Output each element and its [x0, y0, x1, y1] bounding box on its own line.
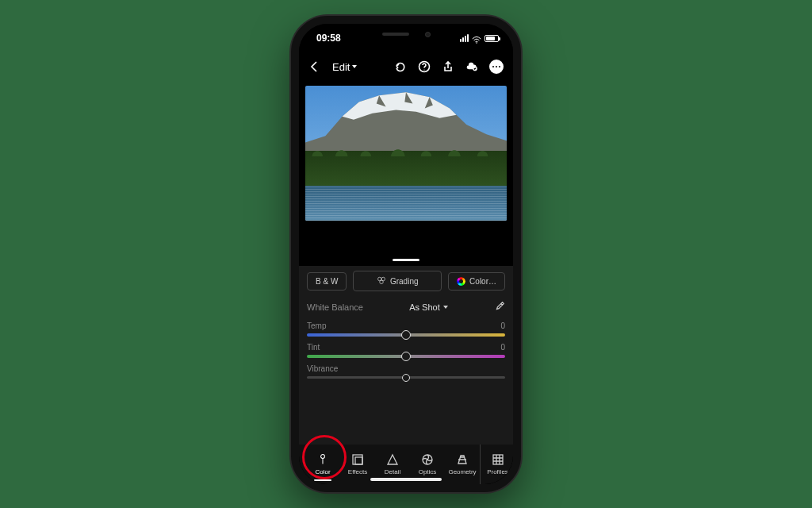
notch: [358, 24, 454, 44]
eyedropper-icon[interactable]: [494, 301, 505, 314]
color-ring-icon: [457, 277, 465, 286]
back-icon[interactable]: [308, 60, 321, 73]
vibrance-slider[interactable]: Vibrance0: [307, 364, 505, 379]
svg-point-0: [476, 42, 477, 44]
home-indicator[interactable]: [370, 478, 442, 481]
temp-slider[interactable]: Temp0: [307, 321, 505, 337]
svg-point-7: [321, 455, 325, 459]
battery-icon: [485, 35, 499, 42]
edited-photo: [305, 86, 507, 221]
svg-point-6: [380, 280, 384, 284]
photo-viewport[interactable]: [299, 81, 513, 221]
cloud-sync-icon[interactable]: [465, 60, 478, 73]
svg-rect-13: [493, 455, 503, 464]
svg-point-2: [423, 69, 424, 70]
edit-label: Edit: [332, 61, 350, 73]
grading-button[interactable]: Grading: [353, 271, 442, 291]
status-time: 09:58: [316, 33, 341, 44]
panel-drag-handle[interactable]: [393, 259, 419, 261]
colormix-button[interactable]: Color…: [448, 272, 505, 291]
svg-rect-10: [355, 457, 362, 464]
tool-geometry[interactable]: Geometry: [445, 444, 480, 484]
share-icon[interactable]: [442, 60, 454, 73]
help-icon[interactable]: [418, 60, 431, 73]
top-toolbar: Edit: [299, 52, 513, 81]
chevron-down-icon: [443, 306, 448, 309]
color-panel: B & W Grading Color… White Balance As Sh…: [299, 266, 513, 444]
chevron-down-icon: [352, 65, 357, 68]
tint-slider[interactable]: Tint0: [307, 343, 505, 358]
bw-toggle[interactable]: B & W: [307, 272, 347, 291]
grading-icon: [377, 275, 386, 287]
svg-marker-11: [388, 455, 397, 464]
white-balance-select[interactable]: As Shot: [409, 302, 448, 312]
tool-color[interactable]: Color: [305, 444, 340, 484]
svg-rect-9: [353, 455, 362, 464]
white-balance-label: White Balance: [307, 302, 363, 312]
cellular-icon: [460, 34, 469, 42]
tool-profiles[interactable]: Profiles: [480, 444, 513, 484]
wifi-icon: [472, 35, 481, 42]
phone-device: 09:58 Edit: [291, 16, 521, 492]
undo-icon[interactable]: [394, 60, 407, 73]
screen: 09:58 Edit: [299, 24, 513, 484]
edit-dropdown[interactable]: Edit: [332, 61, 357, 73]
more-icon[interactable]: [489, 60, 504, 74]
